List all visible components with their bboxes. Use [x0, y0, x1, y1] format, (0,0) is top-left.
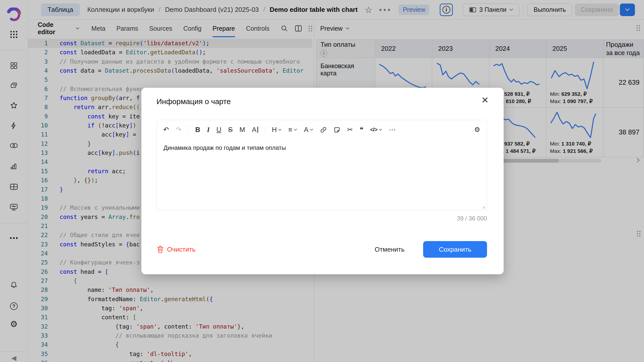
- bold-icon[interactable]: B: [195, 126, 200, 133]
- underline-icon[interactable]: U: [216, 126, 221, 133]
- text-cursor-icon[interactable]: A: [252, 126, 258, 133]
- clear-button[interactable]: Очистить: [156, 245, 195, 253]
- chart-info-dialog: Информация о чарте × ↶↷BIUSMAH≡A✂❝</>⋯⚙ …: [141, 88, 504, 274]
- resize-handle[interactable]: [481, 205, 485, 209]
- heading-icon[interactable]: H: [272, 126, 282, 133]
- char-counter: 39 / 36 000: [457, 215, 487, 222]
- dialog-title: Информация о чарте: [156, 97, 231, 106]
- rich-text-editor: ↶↷BIUSMAH≡A✂❝</>⋯⚙ Динамика продаж по го…: [156, 120, 487, 210]
- app-root: ? ⚙ ◀ Таблица Коллекции и воркбуки/Demo …: [0, 0, 644, 362]
- strikethrough-icon[interactable]: S: [228, 126, 233, 133]
- more-icon[interactable]: ⋯: [389, 126, 396, 133]
- trash-icon: [156, 245, 164, 253]
- monospace-icon[interactable]: M: [239, 126, 245, 133]
- cancel-button[interactable]: Отменить: [372, 246, 407, 253]
- cut-icon[interactable]: ✂: [347, 126, 353, 133]
- code-icon[interactable]: </>: [370, 127, 382, 132]
- link-icon[interactable]: [320, 126, 327, 133]
- font-icon[interactable]: A: [304, 126, 313, 133]
- list-icon[interactable]: ≡: [288, 126, 297, 133]
- settings-icon[interactable]: ⚙: [474, 126, 480, 133]
- save-button[interactable]: Сохранить: [423, 241, 487, 258]
- quote-icon[interactable]: ❝: [360, 126, 364, 133]
- redo-icon[interactable]: ↷: [176, 126, 182, 133]
- rich-text-toolbar: ↶↷BIUSMAH≡A✂❝</>⋯⚙: [157, 120, 487, 139]
- italic-icon[interactable]: I: [207, 126, 210, 133]
- chart-description-input[interactable]: Динамика продаж по годам и типам оплаты: [164, 144, 286, 151]
- note-icon[interactable]: [334, 126, 340, 133]
- undo-icon[interactable]: ↶: [163, 126, 169, 133]
- close-icon[interactable]: ×: [478, 93, 492, 106]
